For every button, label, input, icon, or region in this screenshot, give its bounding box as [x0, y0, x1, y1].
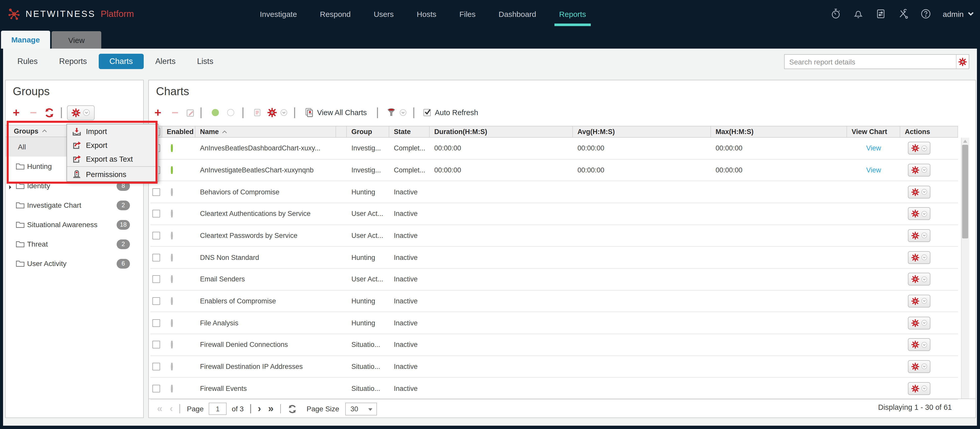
- row-checkbox[interactable]: [153, 384, 160, 392]
- disabled-status-icon[interactable]: [171, 319, 173, 327]
- subnav-item-alerts[interactable]: Alerts: [155, 57, 175, 66]
- view-chart-link[interactable]: View: [866, 166, 881, 174]
- scrollbar-thumb[interactable]: [962, 145, 968, 238]
- auto-refresh-checkbox[interactable]: [423, 109, 431, 116]
- nav-item-investigate[interactable]: Investigate: [260, 0, 297, 28]
- disabled-status-icon[interactable]: [171, 210, 173, 218]
- subnav-item-charts[interactable]: Charts: [99, 54, 143, 69]
- disabled-status-icon[interactable]: [171, 384, 173, 392]
- search-gear-button[interactable]: [956, 55, 969, 69]
- tab-manage[interactable]: Manage: [1, 31, 50, 49]
- chevron-down-icon[interactable]: [399, 109, 407, 116]
- column-header-group[interactable]: Group: [347, 126, 389, 137]
- preferences-icon[interactable]: [875, 8, 886, 19]
- row-checkbox[interactable]: [153, 210, 160, 218]
- row-checkbox[interactable]: [153, 232, 160, 239]
- first-page-button[interactable]: «: [157, 403, 162, 415]
- disabled-status-icon[interactable]: [171, 363, 173, 370]
- stopwatch-icon[interactable]: [830, 8, 842, 19]
- row-actions-button[interactable]: [908, 316, 931, 329]
- add-group-button[interactable]: +: [13, 107, 20, 118]
- subnav-item-rules[interactable]: Rules: [18, 57, 38, 66]
- vertical-scrollbar[interactable]: [961, 138, 969, 399]
- nav-item-reports[interactable]: Reports: [559, 0, 586, 28]
- tools-icon[interactable]: [898, 8, 909, 19]
- groups-settings-button[interactable]: [67, 105, 95, 120]
- group-item-user-activity[interactable]: User Activity6: [6, 254, 143, 273]
- menu-item-import[interactable]: Import: [67, 124, 158, 138]
- add-chart-button[interactable]: +: [154, 107, 161, 118]
- menu-item-export-as-text[interactable]: Export as Text: [67, 152, 158, 166]
- view-chart-link[interactable]: View: [866, 145, 881, 152]
- disable-chart-button[interactable]: [227, 109, 234, 116]
- row-actions-button[interactable]: [908, 251, 931, 264]
- row-actions-button[interactable]: [908, 142, 931, 155]
- gear-icon[interactable]: [267, 108, 277, 117]
- disabled-status-icon[interactable]: [171, 232, 173, 239]
- row-actions-button[interactable]: [908, 185, 931, 198]
- prev-page-button[interactable]: ‹: [170, 403, 173, 415]
- menu-item-permissions[interactable]: Permissions: [67, 167, 158, 181]
- group-item-investigate-chart[interactable]: Investigate Chart2: [6, 195, 143, 215]
- help-icon[interactable]: [920, 8, 931, 19]
- next-page-button[interactable]: ›: [258, 403, 261, 415]
- filter-funnel-icon[interactable]: [386, 107, 396, 118]
- row-actions-button[interactable]: [908, 360, 931, 373]
- refresh-icon[interactable]: [44, 107, 55, 118]
- row-checkbox[interactable]: [153, 319, 160, 327]
- enabled-status-icon[interactable]: [171, 166, 173, 174]
- row-actions-button[interactable]: [908, 382, 931, 395]
- column-header-actions[interactable]: Actions: [900, 126, 958, 137]
- enable-chart-button[interactable]: [212, 109, 219, 116]
- bell-icon[interactable]: [853, 8, 864, 19]
- column-header-name[interactable]: Name: [196, 126, 336, 137]
- row-actions-button[interactable]: [908, 273, 931, 286]
- disabled-status-icon[interactable]: [171, 341, 173, 348]
- nav-item-hosts[interactable]: Hosts: [417, 0, 437, 28]
- chevron-down-icon[interactable]: [280, 109, 288, 116]
- disabled-status-icon[interactable]: [171, 276, 173, 283]
- row-checkbox[interactable]: [153, 297, 160, 305]
- column-header-state[interactable]: State: [389, 126, 430, 137]
- column-header-max-h-m-s[interactable]: Max(H:M:S): [711, 126, 847, 137]
- column-header-enabled[interactable]: Enabled: [162, 126, 196, 137]
- scroll-up-arrow[interactable]: [963, 140, 967, 143]
- subnav-item-lists[interactable]: Lists: [197, 57, 213, 66]
- row-checkbox[interactable]: [153, 341, 160, 348]
- row-actions-button[interactable]: [908, 338, 931, 351]
- disabled-status-icon[interactable]: [171, 297, 173, 305]
- search-input[interactable]: [784, 55, 956, 69]
- view-all-charts-button[interactable]: View All Charts: [317, 108, 367, 116]
- disabled-status-icon[interactable]: [171, 188, 173, 196]
- nav-item-dashboard[interactable]: Dashboard: [499, 0, 536, 28]
- row-actions-button[interactable]: [908, 229, 931, 242]
- group-item-situational-awareness[interactable]: Situational Awareness18: [6, 215, 143, 234]
- row-actions-button[interactable]: [908, 164, 931, 177]
- enabled-status-icon[interactable]: [171, 145, 173, 152]
- page-size-select[interactable]: 30: [345, 402, 377, 415]
- edit-chart-icon[interactable]: [186, 108, 196, 117]
- group-item-threat[interactable]: Threat2: [6, 234, 143, 254]
- remove-group-button[interactable]: −: [30, 107, 37, 118]
- column-header-view-chart[interactable]: View Chart: [847, 126, 900, 137]
- menu-item-export[interactable]: Export: [67, 138, 158, 152]
- tab-view[interactable]: View: [52, 31, 101, 49]
- subnav-item-reports[interactable]: Reports: [59, 57, 87, 66]
- row-actions-button[interactable]: [908, 295, 931, 308]
- disabled-status-icon[interactable]: [171, 254, 173, 261]
- refresh-icon[interactable]: [288, 404, 298, 414]
- caret-right-icon[interactable]: [9, 183, 12, 191]
- nav-item-files[interactable]: Files: [459, 0, 476, 28]
- page-number-input[interactable]: 1: [209, 403, 227, 415]
- row-checkbox[interactable]: [153, 188, 160, 196]
- view-all-charts-icon[interactable]: [304, 107, 315, 118]
- column-header-duration-h-m-s[interactable]: Duration(H:M:S): [430, 126, 573, 137]
- nav-item-respond[interactable]: Respond: [320, 0, 351, 28]
- row-actions-button[interactable]: [908, 207, 931, 220]
- column-header-avg-h-m-s[interactable]: Avg(H:M:S): [573, 126, 711, 137]
- duplicate-chart-icon[interactable]: [253, 108, 262, 117]
- user-menu[interactable]: admin: [943, 10, 974, 18]
- row-checkbox[interactable]: [153, 254, 160, 261]
- row-checkbox[interactable]: [153, 276, 160, 283]
- remove-chart-button[interactable]: −: [172, 107, 178, 118]
